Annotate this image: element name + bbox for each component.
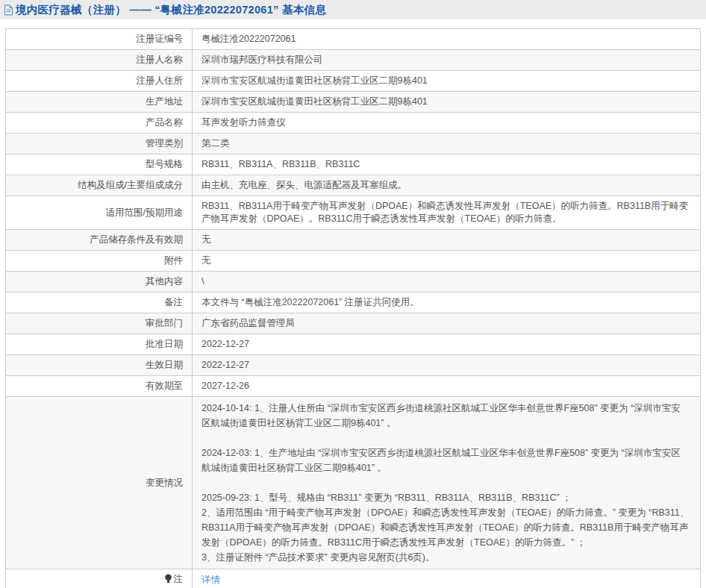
table-row-approval-date: 批准日期 2022-12-27: [6, 334, 701, 355]
change-entry: 2、适用范围由 “用于畸变产物耳声发射（DPOAE）和瞬态诱发性耳声发射（TEO…: [202, 505, 690, 550]
row-label: 结构及组成/主要组成成分: [6, 175, 193, 196]
row-label: 生产地址: [6, 92, 193, 113]
change-entry: 2024-10-14: 1、注册人住所由 “深圳市宝安区西乡街道桃源社区航城工业…: [202, 401, 690, 431]
row-value: 深圳市宝安区航城街道黄田社区杨背工业区二期9栋401: [193, 71, 701, 92]
row-value: 粤械注准20222072061: [193, 29, 701, 50]
row-value: 耳声发射听力筛查仪: [193, 113, 701, 134]
row-value: 详情: [193, 569, 701, 588]
row-value: 深圳市宝安区航城街道黄田社区杨背工业区二期9栋401: [193, 92, 701, 113]
row-value: 2022-12-27: [193, 334, 701, 355]
table-row-storage-validity: 产品储存条件及有效期 无: [6, 230, 701, 251]
row-value: 由主机、充电座、探头、电源适配器及耳塞组成。: [193, 175, 701, 196]
row-label: 管理类别: [6, 134, 193, 154]
change-entry: 2024-12-03: 1、生产地址由 “深圳市宝安区西乡街道桃源社区航城工业区…: [202, 445, 690, 475]
table-row-change-history: 变更情况 2024-10-14: 1、注册人住所由 “深圳市宝安区西乡街道桃源社…: [6, 397, 701, 569]
table-row-product-name: 产品名称 耳声发射听力筛查仪: [6, 113, 701, 134]
table-row-attachment: 附件 无: [6, 251, 701, 272]
row-label: 型号规格: [6, 154, 193, 175]
row-value: 第二类: [193, 134, 701, 154]
row-label: 备注: [6, 293, 193, 313]
table-row-production-address: 生产地址 深圳市宝安区航城街道黄田社区杨背工业区二期9栋401: [6, 92, 701, 113]
row-value: \: [193, 272, 701, 293]
table-row-remarks: 备注 本文件与 “粤械注准20222072061” 注册证共同使用。: [6, 293, 701, 313]
row-label: 注册人名称: [6, 50, 193, 71]
table-row-effective-date: 生效日期 2022-12-27: [6, 355, 701, 376]
bulb-icon: [164, 574, 172, 587]
table-row-approval-department: 审批部门 广东省药品监督管理局: [6, 313, 701, 334]
table-row-registrant-name: 注册人名称 深圳市瑞邦医疗科技有限公司: [6, 50, 701, 71]
table-row-composition: 结构及组成/主要组成成分 由主机、充电座、探头、电源适配器及耳塞组成。: [6, 175, 701, 196]
details-link[interactable]: 详情: [202, 575, 220, 585]
row-label: 注册人住所: [6, 71, 193, 92]
table-row-expiry-date: 有效期至 2027-12-26: [6, 376, 701, 397]
table-row-model-spec: 型号规格 RB311、RB311A、RB311B、RB311C: [6, 154, 701, 175]
page-title: 境内医疗器械（注册） —— “粤械注准20222072061” 基本信息: [16, 3, 326, 17]
row-value: 广东省药品监督管理局: [193, 313, 701, 334]
document-icon: [4, 4, 13, 16]
change-entry: 3、注册证附件 “产品技术要求” 变更内容见附页(共6页)。: [202, 550, 690, 565]
row-value: 无: [193, 230, 701, 251]
row-value: 本文件与 “粤械注准20222072061” 注册证共同使用。: [193, 293, 701, 313]
registration-info-panel: 注册证编号 粤械注准20222072061 注册人名称 深圳市瑞邦医疗科技有限公…: [0, 19, 706, 588]
row-label: 产品名称: [6, 113, 193, 134]
row-label: 注册证编号: [6, 29, 193, 50]
change-entry: 2025-09-23: 1、型号、规格由 “RB311” 变更为 “RB311、…: [202, 490, 690, 505]
row-value: 2022-12-27: [193, 355, 701, 376]
row-value: 2027-12-26: [193, 376, 701, 397]
table-row-management-class: 管理类别 第二类: [6, 134, 701, 154]
row-label: 批准日期: [6, 334, 193, 355]
row-value: RB311、RB311A、RB311B、RB311C: [193, 154, 701, 175]
row-label: 审批部门: [6, 313, 193, 334]
table-row-other-content: 其他内容 \: [6, 272, 701, 293]
row-label: 注: [6, 569, 193, 588]
note-label: 注: [174, 574, 184, 584]
table-row-intended-use: 适用范围/预期用途 RB311、RB311A用于畸变产物耳声发射（DPOAE）和…: [6, 196, 701, 230]
row-label: 附件: [6, 251, 193, 272]
row-label: 其他内容: [6, 272, 193, 293]
page-header: 境内医疗器械（注册） —— “粤械注准20222072061” 基本信息: [0, 0, 706, 19]
row-value: 无: [193, 251, 701, 272]
row-label: 变更情况: [6, 397, 193, 569]
row-label: 适用范围/预期用途: [6, 196, 193, 230]
table-row-registrant-address: 注册人住所 深圳市宝安区航城街道黄田社区杨背工业区二期9栋401: [6, 71, 701, 92]
table-row-cert-no: 注册证编号 粤械注准20222072061: [6, 29, 701, 50]
table-row-note: 注 详情: [6, 569, 701, 588]
row-value: 2024-10-14: 1、注册人住所由 “深圳市宝安区西乡街道桃源社区航城工业…: [193, 397, 701, 569]
registration-info-table: 注册证编号 粤械注准20222072061 注册人名称 深圳市瑞邦医疗科技有限公…: [5, 28, 701, 588]
row-value: 深圳市瑞邦医疗科技有限公司: [193, 50, 701, 71]
row-label: 生效日期: [6, 355, 193, 376]
row-value: RB311、RB311A用于畸变产物耳声发射（DPOAE）和瞬态诱发性耳声发射（…: [193, 196, 701, 230]
row-label: 产品储存条件及有效期: [6, 230, 193, 251]
row-label: 有效期至: [6, 376, 193, 397]
